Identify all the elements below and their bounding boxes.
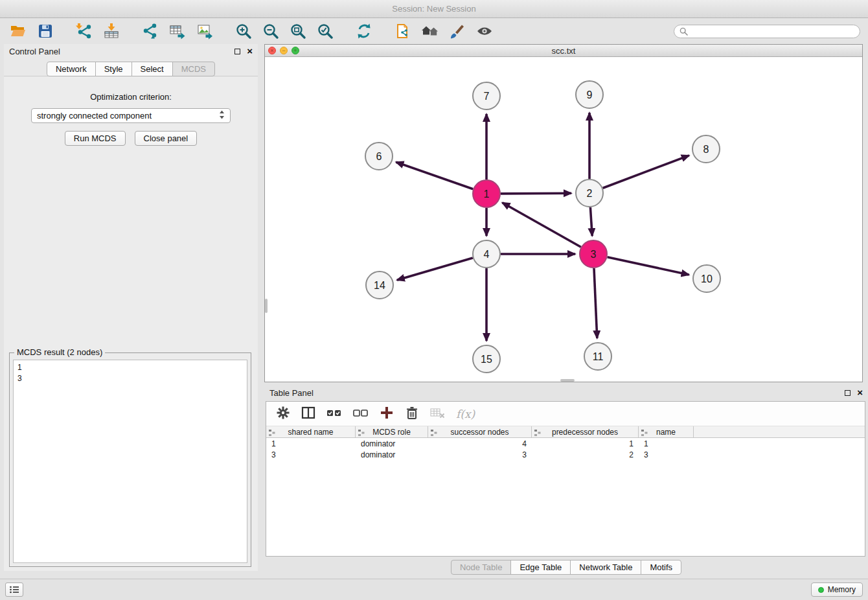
column-header-successor-nodes[interactable]: successor nodes <box>428 426 532 437</box>
column-header-name[interactable]: name <box>639 426 694 437</box>
graph-edge-3-10[interactable] <box>608 257 689 275</box>
show-columns-icon[interactable] <box>301 405 316 423</box>
export-network-icon[interactable] <box>140 21 161 41</box>
table-row[interactable]: 3dominator323 <box>266 449 865 460</box>
graph-node-14[interactable]: 14 <box>366 271 393 299</box>
graphics-details-icon[interactable] <box>474 21 495 41</box>
table-settings-gear-icon[interactable] <box>275 405 291 423</box>
close-panel-icon[interactable]: × <box>247 47 253 56</box>
graph-edge-4-14[interactable] <box>397 258 473 280</box>
network-view-window: × − + scc.txt 7968124314101511 <box>264 44 863 382</box>
table-cell[interactable]: 1 <box>266 439 356 448</box>
table-tab-network-table[interactable]: Network Table <box>570 560 641 575</box>
select-all-icon[interactable] <box>326 405 343 423</box>
maximize-window-icon[interactable]: + <box>291 47 299 54</box>
graph-node-2[interactable]: 2 <box>576 179 603 207</box>
graph-node-11[interactable]: 11 <box>584 343 611 370</box>
unselect-all-icon[interactable] <box>352 405 369 423</box>
graph-edge-3-11[interactable] <box>594 268 597 338</box>
export-table-icon[interactable] <box>167 21 188 41</box>
node-table-body: 1dominator4113dominator323 <box>266 438 865 460</box>
graph-edge-1-2[interactable] <box>501 193 571 194</box>
import-table-icon[interactable] <box>101 21 122 41</box>
graph-node-8[interactable]: 8 <box>692 135 720 163</box>
svg-text:15: 15 <box>481 354 492 365</box>
svg-text:1: 1 <box>484 189 490 200</box>
column-header-MCDS-role[interactable]: MCDS role <box>356 426 428 437</box>
search-box[interactable] <box>674 25 860 38</box>
column-tree-icon <box>641 429 648 438</box>
vertical-scrollbar-thumb[interactable] <box>265 299 268 313</box>
horizontal-scrollbar-thumb[interactable] <box>560 379 575 382</box>
window-title: Session: New Session <box>392 4 475 14</box>
graph-node-1[interactable]: 1 <box>473 180 500 207</box>
zoom-in-icon[interactable] <box>233 21 254 41</box>
float-table-panel-icon[interactable] <box>845 390 851 396</box>
table-cell[interactable]: 4 <box>428 439 532 448</box>
graph-node-9[interactable]: 9 <box>576 81 603 108</box>
close-panel-button[interactable]: Close panel <box>135 131 198 146</box>
graph-edge-2-3[interactable] <box>590 207 592 236</box>
graph-node-15[interactable]: 15 <box>473 345 500 373</box>
export-image-icon[interactable] <box>194 21 215 41</box>
mcds-result-list: 13 <box>13 360 247 563</box>
table-tab-node-table[interactable]: Node Table <box>451 560 512 575</box>
graph-edge-2-8[interactable] <box>603 156 689 188</box>
delete-column-icon[interactable] <box>404 405 420 423</box>
first-neighbors-icon[interactable] <box>420 21 440 41</box>
tab-select[interactable]: Select <box>131 62 173 76</box>
app-window: Session: New Session <box>0 0 868 600</box>
tab-network[interactable]: Network <box>47 62 96 76</box>
column-header-predecessor-nodes[interactable]: predecessor nodes <box>532 426 639 437</box>
graph-edge-3-1[interactable] <box>502 203 580 248</box>
table-row[interactable]: 1dominator411 <box>266 438 865 449</box>
graph-node-4[interactable]: 4 <box>473 240 500 268</box>
memory-button[interactable]: Memory <box>811 583 863 597</box>
table-cell[interactable]: dominator <box>356 450 428 459</box>
table-cell[interactable]: 3 <box>639 450 694 459</box>
graph-node-10[interactable]: 10 <box>693 265 720 292</box>
close-window-icon[interactable]: × <box>268 47 276 54</box>
zoom-out-icon[interactable] <box>260 21 281 41</box>
copy-document-icon <box>394 23 411 40</box>
network-graph[interactable]: 7968124314101511 <box>265 58 862 382</box>
column-tree-icon <box>269 429 275 438</box>
graph-edge-1-6[interactable] <box>396 162 473 189</box>
float-panel-icon[interactable] <box>234 49 240 54</box>
table-cell[interactable]: 2 <box>532 450 639 459</box>
table-tab-motifs[interactable]: Motifs <box>641 560 681 575</box>
minimize-window-icon[interactable]: − <box>280 47 288 54</box>
table-cell[interactable]: 3 <box>428 450 532 459</box>
task-history-button[interactable] <box>5 583 23 597</box>
floppy-icon <box>37 23 54 40</box>
save-session-icon[interactable] <box>35 21 56 41</box>
create-column-icon[interactable] <box>379 405 394 423</box>
apply-layout-icon[interactable] <box>354 21 374 41</box>
style-brush-icon[interactable] <box>447 21 468 41</box>
folder-icon <box>10 23 27 40</box>
graph-node-7[interactable]: 7 <box>473 82 500 110</box>
tab-mcds[interactable]: MCDS <box>172 62 215 76</box>
table-panel-title: Table Panel <box>269 388 314 398</box>
graph-node-3[interactable]: 3 <box>580 240 607 268</box>
run-mcds-button[interactable]: Run MCDS <box>65 131 126 146</box>
zoom-fit-icon[interactable] <box>288 21 308 41</box>
column-header-shared-name[interactable]: shared name <box>266 426 356 437</box>
close-table-panel-icon[interactable]: × <box>857 388 863 397</box>
tab-style[interactable]: Style <box>95 62 132 76</box>
table-tabs-bar: Node TableEdge TableNetwork TableMotifs <box>264 559 868 575</box>
table-cell[interactable]: 1 <box>532 439 639 448</box>
graph-node-6[interactable]: 6 <box>365 143 393 170</box>
table-cell[interactable]: dominator <box>356 439 428 448</box>
table-tab-edge-table[interactable]: Edge Table <box>510 560 571 575</box>
optimization-dropdown[interactable]: strongly connected component <box>31 108 231 123</box>
search-input[interactable] <box>691 27 854 36</box>
table-cell[interactable]: 3 <box>266 450 356 459</box>
table-cell[interactable]: 1 <box>639 439 694 448</box>
network-canvas[interactable]: 7968124314101511 <box>265 58 862 382</box>
open-session-icon[interactable] <box>8 21 29 41</box>
zoom-selected-icon[interactable] <box>315 21 336 41</box>
import-network-icon[interactable] <box>74 21 95 41</box>
svg-text:11: 11 <box>593 351 604 362</box>
new-network-from-selection-icon[interactable] <box>393 21 413 41</box>
